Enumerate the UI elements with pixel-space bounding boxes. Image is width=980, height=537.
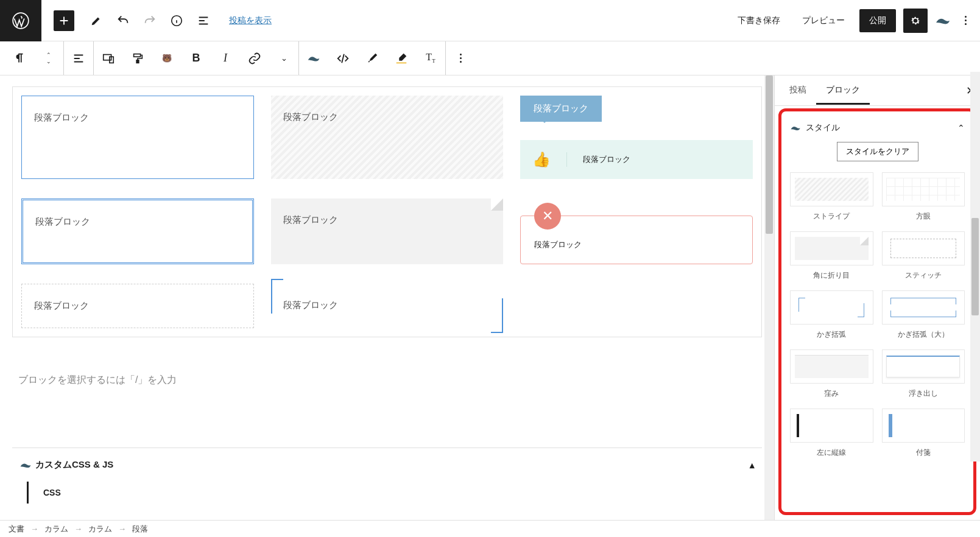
- more-options-button[interactable]: [446, 41, 475, 75]
- italic-button[interactable]: I: [211, 41, 240, 75]
- paragraph-block[interactable]: 段落ブロック: [21, 96, 254, 179]
- theme-swoosh-icon[interactable]: [299, 41, 328, 75]
- style-options-grid: ストライプ 方眼 角に折り目 スティッチ かぎ括弧 かぎ括弧（大） 窪み 浮き出…: [790, 172, 965, 458]
- tab-post[interactable]: 投稿: [780, 76, 816, 105]
- style-header-label: スタイル: [806, 122, 840, 133]
- sidebar-tabs: 投稿 ブロック ✕: [775, 75, 980, 106]
- paragraph-block[interactable]: 段落ブロック: [271, 96, 504, 179]
- outline-button[interactable]: [191, 9, 216, 33]
- style-leftline[interactable]: 左に縦線: [790, 409, 873, 458]
- sidebar-scrollbar[interactable]: [970, 75, 980, 462]
- style-float[interactable]: 浮き出し: [882, 349, 965, 399]
- format-brush-icon[interactable]: [358, 41, 387, 75]
- redo-button[interactable]: [138, 9, 162, 33]
- block-appender[interactable]: ブロックを選択するには「/」を入力: [18, 374, 762, 387]
- block-mover[interactable]: ⌃⌄: [34, 41, 63, 75]
- editor-canvas[interactable]: 段落ブロック 段落ブロック 段落ブロック 👍 段落ブロック 段落ブロック 段落ブ…: [0, 75, 774, 520]
- style-dent[interactable]: 窪み: [790, 349, 873, 399]
- text-size-icon[interactable]: TT: [416, 41, 445, 75]
- emoji-icon[interactable]: 🐻: [152, 41, 182, 75]
- bold-button[interactable]: B: [182, 41, 211, 75]
- undo-button[interactable]: [111, 9, 135, 33]
- add-block-button[interactable]: [54, 10, 74, 31]
- more-menu-button[interactable]: [958, 16, 973, 25]
- settings-button[interactable]: [903, 9, 928, 33]
- content-scrollbar[interactable]: [764, 75, 774, 520]
- css-tab[interactable]: CSS: [27, 482, 762, 504]
- paragraph-block[interactable]: 段落ブロック: [21, 284, 254, 328]
- cross-icon: ✕: [534, 203, 561, 230]
- breadcrumb-item[interactable]: カラム: [88, 524, 112, 535]
- svg-rect-6: [397, 62, 407, 63]
- css-panel-title: カスタムCSS & JS: [35, 459, 113, 471]
- align-button[interactable]: [64, 41, 93, 75]
- custom-css-panel: カスタムCSS & JS ▴ CSS: [12, 448, 762, 504]
- info-button[interactable]: [164, 9, 189, 33]
- tab-block[interactable]: ブロック: [816, 76, 870, 105]
- like-box: 👍 段落ブロック: [520, 140, 753, 179]
- paragraph-text: 段落ブロック: [534, 240, 582, 249]
- style-section-header[interactable]: スタイル ⌃: [790, 118, 965, 142]
- paragraph-block[interactable]: 段落ブロック: [271, 284, 504, 328]
- style-grid[interactable]: 方眼: [882, 172, 965, 222]
- paragraph-block[interactable]: 段落ブロック: [271, 198, 504, 264]
- settings-sidebar: 投稿 ブロック ✕ スタイル ⌃ スタイルをクリア ストライプ 方眼 角に折り目…: [774, 75, 980, 520]
- devices-icon[interactable]: [94, 41, 123, 75]
- editor-header: 投稿を表示 下書き保存 プレビュー 公開: [0, 0, 980, 41]
- style-stitch[interactable]: スティッチ: [882, 231, 965, 281]
- link-button[interactable]: [240, 41, 269, 75]
- block-toolbar: ⌃⌄ 🐻 B I ⌄ TT: [0, 41, 980, 75]
- dropdown-arrow[interactable]: ⌄: [269, 41, 298, 75]
- paragraph-block[interactable]: 段落ブロック: [21, 198, 254, 264]
- publish-button[interactable]: 公開: [859, 9, 896, 32]
- highlight-icon[interactable]: [387, 41, 416, 75]
- paragraph-block[interactable]: 段落ブロック 👍 段落ブロック: [520, 96, 753, 179]
- paragraph-block[interactable]: ✕ 段落ブロック: [520, 216, 753, 264]
- svg-rect-4: [134, 54, 141, 57]
- collapse-icon: ▴: [750, 460, 755, 471]
- paint-roller-icon[interactable]: [123, 41, 152, 75]
- balloon-label: 段落ブロック: [520, 96, 602, 122]
- save-draft-button[interactable]: 下書き保存: [730, 10, 788, 31]
- style-fold[interactable]: 角に折り目: [790, 231, 873, 281]
- clear-style-button[interactable]: スタイルをクリア: [837, 142, 918, 161]
- theme-icon[interactable]: [935, 15, 951, 26]
- block-breadcrumb: 文書→ カラム→ カラム→ 段落: [0, 520, 980, 537]
- paragraph-icon[interactable]: [5, 41, 34, 75]
- css-panel-header[interactable]: カスタムCSS & JS ▴: [12, 448, 762, 482]
- style-panel-highlighted: スタイル ⌃ スタイルをクリア ストライプ 方眼 角に折り目 スティッチ かぎ括…: [778, 108, 976, 515]
- svg-rect-5: [136, 60, 139, 63]
- preview-button[interactable]: プレビュー: [795, 10, 852, 31]
- edit-icon[interactable]: [84, 9, 108, 33]
- view-post-link[interactable]: 投稿を表示: [229, 15, 272, 26]
- columns-block: 段落ブロック 段落ブロック 段落ブロック 👍 段落ブロック 段落ブロック 段落ブ…: [12, 86, 762, 337]
- paragraph-text: 段落ブロック: [583, 154, 630, 165]
- breadcrumb-item[interactable]: 段落: [132, 524, 148, 535]
- code-icon[interactable]: [328, 41, 358, 75]
- breadcrumb-item[interactable]: 文書: [9, 524, 24, 535]
- style-stripe[interactable]: ストライプ: [790, 172, 873, 222]
- style-bracket[interactable]: かぎ括弧: [790, 290, 873, 340]
- breadcrumb-item[interactable]: カラム: [44, 524, 68, 535]
- chevron-up-icon: ⌃: [957, 123, 965, 133]
- style-bracket-lg[interactable]: かぎ括弧（大）: [882, 290, 965, 340]
- wordpress-logo[interactable]: [0, 0, 41, 41]
- style-sticky[interactable]: 付箋: [882, 409, 965, 458]
- thumbs-up-icon: 👍: [532, 151, 551, 168]
